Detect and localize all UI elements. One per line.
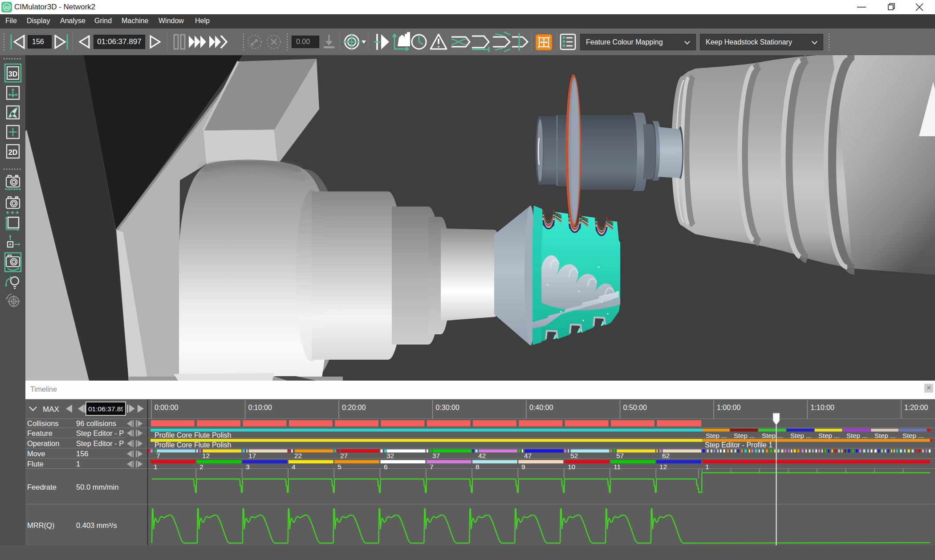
svg-text:4: 4 [292,463,296,471]
svg-text:0:00:00: 0:00:00 [154,404,178,411]
svg-text:156: 156 [76,450,89,458]
svg-text:1:00:00: 1:00:00 [717,404,740,411]
svg-text:11: 11 [614,463,621,471]
svg-text:Feature: Feature [27,429,53,437]
svg-text:10: 10 [568,463,576,471]
svg-text:47: 47 [524,452,532,459]
svg-text:1:20:00: 1:20:00 [904,404,928,411]
svg-text:3D: 3D [4,5,9,10]
svg-text:Operation: Operation [27,439,59,447]
svg-text:Step ...: Step ... [734,432,755,439]
svg-text:52: 52 [570,452,578,459]
svg-text:17: 17 [248,452,256,459]
svg-text:2D: 2D [8,149,17,156]
svg-text:32: 32 [386,452,394,459]
svg-text:Step ...: Step ... [902,432,924,439]
svg-text:0:50:00: 0:50:00 [623,404,647,411]
svg-text:1: 1 [154,463,158,471]
svg-text:7: 7 [156,452,160,459]
svg-text:Profile Core Flute Polish: Profile Core Flute Polish [154,431,232,439]
svg-text:0:30:00: 0:30:00 [436,404,459,411]
svg-text:Step ...: Step ... [790,432,812,439]
svg-text:Profile Core Flute Polish: Profile Core Flute Polish [154,441,232,449]
svg-text:8: 8 [476,463,480,471]
svg-text:3D: 3D [8,70,17,78]
svg-text:50.0 mm/min: 50.0 mm/min [76,483,118,491]
svg-text:MAX: MAX [43,405,59,414]
svg-text:Step Editor - P: Step Editor - P [76,439,124,447]
svg-text:0:20:00: 0:20:00 [342,404,366,411]
svg-text:Step Editor - P: Step Editor - P [76,429,124,437]
svg-text:1: 1 [705,463,709,471]
svg-text:Collisions: Collisions [27,419,59,427]
svg-text:22: 22 [294,452,302,459]
svg-text:6: 6 [384,463,388,471]
svg-text:62: 62 [662,452,670,459]
svg-text:Step ...: Step ... [846,432,868,439]
svg-text:37: 37 [432,452,440,459]
svg-text:57: 57 [616,452,624,459]
svg-text:Step Editor - Profile 1: Step Editor - Profile 1 [705,441,772,449]
svg-text:Step ...: Step ... [874,432,896,439]
svg-text:5: 5 [337,463,341,471]
svg-text:Feedrate: Feedrate [27,483,57,491]
svg-text:0:40:00: 0:40:00 [529,404,553,411]
svg-text:Move: Move [27,450,45,458]
svg-text:0:10:00: 0:10:00 [248,404,272,411]
svg-text:12: 12 [659,463,667,471]
svg-text:12: 12 [202,452,210,459]
svg-text:2: 2 [199,463,203,471]
svg-text:0.403 mm³/s: 0.403 mm³/s [76,521,117,529]
svg-text:96 collisions: 96 collisions [76,419,116,427]
svg-text:7: 7 [430,463,434,471]
svg-text:Step ...: Step ... [706,432,727,439]
svg-text:01:06:37.89: 01:06:37.89 [88,405,125,413]
svg-text:Flute: Flute [27,460,44,468]
svg-text:27: 27 [340,452,348,459]
svg-text:1: 1 [76,460,80,468]
svg-text:Step ...: Step ... [818,432,840,439]
svg-text:1:10:00: 1:10:00 [811,404,834,411]
svg-text:3: 3 [246,463,250,471]
svg-text:42: 42 [478,452,486,459]
svg-text:MRR(Q): MRR(Q) [27,521,54,529]
svg-text:9: 9 [521,463,525,471]
svg-text:Step ...: Step ... [762,432,783,439]
